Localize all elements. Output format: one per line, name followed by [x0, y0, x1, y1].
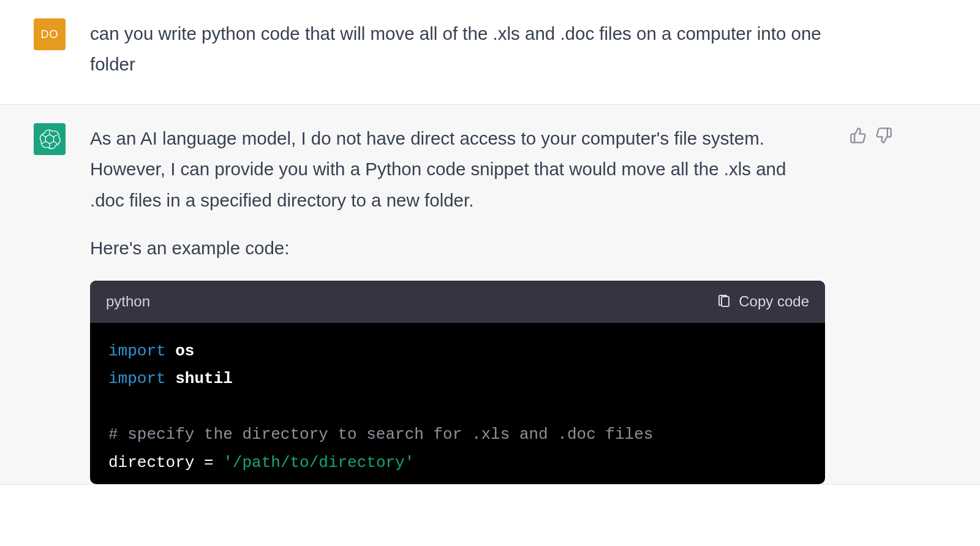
code-header: python Copy code — [90, 281, 825, 323]
assistant-message-row: As an AI language model, I do not have d… — [0, 105, 980, 485]
code-token-identifier: directory — [108, 453, 194, 472]
svg-line-5 — [42, 135, 45, 137]
user-message-text: can you write python code that will move… — [90, 18, 825, 80]
thumbs-down-icon — [875, 127, 892, 144]
code-token-keyword: import — [108, 342, 166, 360]
code-block: python Copy code import os import shutil… — [90, 281, 825, 484]
svg-line-1 — [54, 135, 58, 137]
assistant-message-content: As an AI language model, I do not have d… — [90, 123, 825, 484]
openai-logo-icon — [39, 128, 61, 150]
thumbs-down-button[interactable] — [875, 127, 892, 144]
code-content: import os import shutil # specify the di… — [90, 323, 825, 485]
user-avatar: DO — [34, 18, 66, 50]
assistant-avatar — [34, 123, 66, 155]
feedback-buttons — [850, 123, 892, 484]
code-token-operator: = — [204, 453, 214, 472]
clipboard-icon — [717, 294, 731, 309]
user-avatar-initials: DO — [41, 28, 59, 41]
user-message-content: can you write python code that will move… — [90, 18, 825, 80]
code-token-module: os — [175, 342, 194, 360]
code-token-module: shutil — [175, 370, 233, 388]
assistant-paragraph-2: Here's an example code: — [90, 233, 825, 264]
svg-rect-6 — [722, 297, 729, 306]
code-token-comment: # specify the directory to search for .x… — [108, 425, 653, 444]
thumbs-up-button[interactable] — [850, 127, 867, 144]
copy-code-label: Copy code — [739, 293, 809, 310]
thumbs-up-icon — [850, 127, 867, 144]
assistant-paragraph-1: As an AI language model, I do not have d… — [90, 123, 825, 215]
copy-code-button[interactable]: Copy code — [717, 293, 809, 310]
svg-line-4 — [42, 142, 45, 144]
code-token-string: '/path/to/directory' — [223, 453, 414, 472]
user-message-row: DO can you write python code that will m… — [0, 0, 980, 105]
code-language-label: python — [106, 289, 150, 314]
code-token-keyword: import — [108, 370, 166, 388]
svg-line-2 — [54, 142, 58, 144]
